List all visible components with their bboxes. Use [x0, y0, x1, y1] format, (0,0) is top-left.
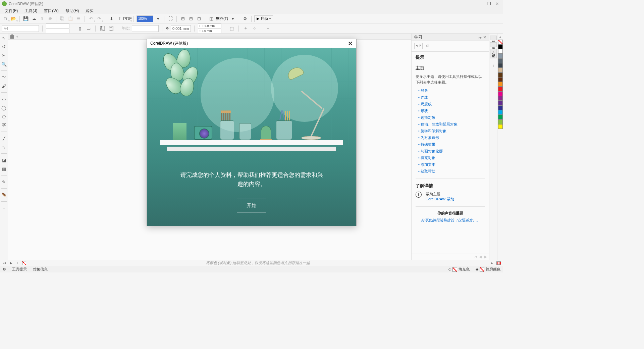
palette-up[interactable]: ▴	[499, 35, 501, 38]
color-none[interactable]	[498, 40, 503, 44]
rulers-button[interactable]: ⊞	[179, 15, 186, 22]
gear-icon[interactable]: ⚙	[3, 267, 6, 271]
effect2-button[interactable]: ✧	[251, 25, 258, 32]
dimension-tool[interactable]: ╱	[1, 135, 7, 141]
color-swatch[interactable]	[498, 105, 503, 110]
undo-button[interactable]: ↶	[88, 15, 94, 22]
print-button[interactable]: 🖶	[47, 15, 53, 22]
dup-x[interactable]: ⟷5.0 mm	[198, 23, 221, 28]
artistic-tool[interactable]: 🖌	[1, 83, 7, 89]
color-swatch[interactable]	[498, 49, 503, 54]
outline-indicator[interactable]: ◈轮廓颜色	[476, 267, 500, 272]
add-tool[interactable]: +	[1, 205, 7, 211]
crop-tool[interactable]: ✂	[1, 52, 7, 58]
panel-home-icon[interactable]: ⌂	[475, 254, 477, 259]
options-button[interactable]: ⚙	[242, 15, 249, 22]
panel-fwd[interactable]: ▶	[484, 254, 487, 259]
color-swatch[interactable]	[498, 110, 503, 115]
close-button[interactable]: ✕	[493, 1, 501, 6]
current-page-button[interactable]: ⿹	[108, 25, 114, 32]
open-button[interactable]: 📂	[10, 15, 17, 22]
color-swatch[interactable]	[498, 54, 503, 58]
flag-icon[interactable]	[496, 261, 501, 265]
page-first[interactable]: ⏮	[2, 261, 7, 265]
copy-button[interactable]: ⿻	[59, 15, 66, 22]
person-icon[interactable]: ☺	[425, 43, 430, 49]
link-shapes[interactable]: 形状	[418, 108, 485, 113]
doc-palette-add[interactable]	[22, 261, 26, 265]
eyedropper-tool[interactable]: ✎	[1, 179, 7, 185]
color-swatch[interactable]	[498, 72, 503, 77]
panel-back[interactable]: ◀	[479, 254, 482, 259]
crop-button[interactable]: ⬚	[228, 25, 235, 32]
color-swatch[interactable]	[498, 87, 503, 91]
page-next[interactable]: ▶	[9, 261, 13, 265]
freehand-tool[interactable]: 〜	[1, 74, 7, 80]
page-size-combo[interactable]: A4	[2, 25, 39, 32]
minimize-button[interactable]: —	[477, 1, 485, 6]
rectangle-tool[interactable]: ▭	[1, 96, 7, 102]
cloud-button[interactable]: ☁	[31, 15, 37, 22]
link-dimension[interactable]: 尺度线	[418, 102, 485, 107]
cloud-up-button[interactable]: ⇧	[39, 15, 45, 22]
color-swatch[interactable]	[498, 96, 503, 101]
add-tab[interactable]: +	[16, 35, 18, 39]
page-width[interactable]	[46, 23, 69, 28]
fullscreen-button[interactable]: ⛶	[167, 15, 174, 22]
redo-button[interactable]: ↷	[96, 15, 102, 22]
link-rotate[interactable]: 旋转和倾斜对象	[418, 129, 485, 134]
text-tool[interactable]: 字	[1, 122, 7, 128]
link-help[interactable]: 获取帮助	[418, 169, 485, 174]
color-swatch[interactable]	[498, 77, 503, 82]
effect1-button[interactable]: ✦	[242, 25, 249, 32]
shape-tool[interactable]: ↺	[1, 44, 7, 50]
landscape-button[interactable]: ▭	[85, 25, 92, 32]
color-swatch[interactable]	[498, 68, 503, 72]
link-effects[interactable]: 特殊效果	[418, 142, 485, 147]
export-button[interactable]: ⬆	[116, 15, 123, 22]
panel-collapse[interactable]: ▸▸	[479, 36, 482, 39]
link-shape-obj[interactable]: 为对象造形	[418, 135, 485, 140]
color-swatch[interactable]	[498, 58, 503, 63]
polygon-tool[interactable]: ⬠	[1, 113, 7, 119]
help-link[interactable]: CorelDRAW 帮助	[426, 197, 454, 201]
pick-tool[interactable]: ↖	[1, 35, 7, 41]
right-tab-properties[interactable]: 属性	[490, 36, 497, 40]
ellipse-tool[interactable]: ◯	[1, 105, 7, 111]
right-tab-presentation[interactable]: 演示	[490, 42, 497, 47]
dup-y[interactable]: ↕5.0 mm	[198, 29, 221, 33]
color-swatch[interactable]	[498, 44, 503, 49]
pdf-button[interactable]: PDF	[124, 15, 131, 22]
voice-link[interactable]: 分享您的想法和建议（仅限英文）。	[421, 218, 480, 222]
link-move[interactable]: 移动、缩放和延展对象	[418, 122, 485, 127]
portrait-button[interactable]: ▯	[76, 25, 83, 32]
add-button[interactable]: +	[265, 25, 271, 32]
link-select[interactable]: 选择对象	[418, 115, 485, 120]
link-fill[interactable]: 填充对象	[418, 155, 485, 160]
paste-button[interactable]: 📋	[67, 15, 74, 22]
panel-close[interactable]: ✕	[483, 35, 486, 40]
right-tab-add[interactable]: +	[492, 63, 494, 68]
color-swatch[interactable]	[498, 91, 503, 96]
right-tab-objects[interactable]: 对象(O)	[490, 49, 497, 58]
cursor-hint-icon[interactable]: ↖?	[414, 43, 423, 49]
link-text[interactable]: 添加文本	[418, 162, 485, 167]
menu-window[interactable]: 窗口(W)	[41, 7, 62, 14]
color-swatch[interactable]	[498, 124, 503, 129]
zoom-combo[interactable]: 100%	[137, 15, 153, 22]
color-swatch[interactable]	[498, 119, 503, 124]
transparency-tool[interactable]: ▦	[1, 166, 7, 172]
clipboard-button[interactable]: ☰	[75, 15, 82, 22]
home-tab-icon[interactable]	[9, 34, 15, 39]
color-swatch[interactable]	[498, 101, 503, 105]
grid-button[interactable]: ⊟	[187, 15, 194, 22]
nudge-input[interactable]: 0.001 mm	[171, 25, 191, 32]
guides-button[interactable]: ⊡	[196, 15, 202, 22]
link-lines[interactable]: 线条	[418, 88, 485, 93]
save-button[interactable]: 💾	[22, 15, 29, 22]
start-button[interactable]: 开始	[237, 199, 266, 212]
import-button[interactable]: ⬇	[108, 15, 115, 22]
restore-button[interactable]: ❐	[485, 1, 493, 6]
menu-file[interactable]: 文件(F)	[1, 7, 21, 14]
menu-tools[interactable]: 工具(J)	[21, 7, 41, 14]
